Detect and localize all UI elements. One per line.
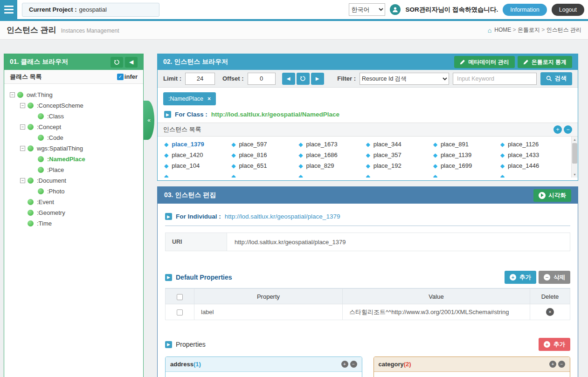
scroll-down-icon[interactable]: ▼ — [572, 171, 578, 178]
collapse-panel-button[interactable]: ◀ — [125, 57, 138, 68]
limit-input[interactable] — [185, 73, 215, 85]
instance-item[interactable]: ◆place_1420 — [164, 150, 231, 160]
property-group-header: address(1)+− — [166, 357, 362, 372]
for-class-row: ▶ For Class : http://lod.saltlux.kr/geos… — [158, 107, 578, 123]
instance-item[interactable]: ◆ — [231, 171, 298, 178]
next-page-button[interactable]: ▶ — [311, 73, 324, 85]
tree-node-label: :NamedPlace — [47, 156, 85, 163]
instance-item[interactable]: ◆ — [366, 171, 433, 178]
instance-item[interactable]: ◆ — [433, 171, 500, 178]
instance-label: place_1139 — [441, 151, 471, 158]
add-value-button[interactable]: + — [549, 361, 556, 368]
tree-node[interactable]: :Class — [8, 111, 139, 122]
instance-label: place_192 — [374, 162, 401, 169]
add-default-property-button[interactable]: + 추가 — [505, 271, 536, 284]
default-properties-table: Property Value Delete label스타힐리조트^^http:… — [165, 288, 570, 320]
expand-list-button[interactable]: + — [553, 125, 562, 134]
breadcrumb-item[interactable]: 온톨로지 — [518, 27, 540, 33]
instance-item[interactable]: ◆place_104 — [164, 160, 231, 171]
instance-item[interactable]: ◆place_1139 — [433, 150, 500, 160]
instance-item[interactable]: ◆place_816 — [231, 150, 298, 160]
tree-expander-icon[interactable]: − — [10, 92, 15, 97]
tree-node[interactable]: −wgs:SpatialThing — [8, 143, 139, 154]
tree-node[interactable]: −:ConceptScheme — [8, 100, 139, 111]
delete-default-property-button[interactable]: − 삭제 — [539, 271, 570, 284]
scroll-up-icon[interactable]: ▲ — [572, 137, 578, 143]
logout-button[interactable]: Logout — [552, 4, 584, 16]
tree-expander-icon[interactable]: − — [20, 178, 25, 183]
instance-item[interactable]: ◆place_1673 — [298, 139, 366, 150]
tree-expander-icon[interactable]: − — [20, 124, 25, 130]
instance-item[interactable]: ◆ — [164, 171, 231, 178]
breadcrumb-item[interactable]: HOME — [494, 27, 511, 33]
collapse-list-button[interactable]: − — [564, 125, 572, 134]
tree-node[interactable]: :Code — [8, 132, 139, 143]
instance-item[interactable]: ◆place_1379 — [164, 139, 231, 150]
uri-value: http://lod.saltlux.kr/geospatial/place_1… — [227, 233, 570, 251]
delete-row-icon[interactable]: × — [546, 308, 554, 316]
tree-node[interactable]: :Geometry — [8, 207, 139, 218]
instance-item[interactable]: ◆place_344 — [366, 139, 433, 150]
refresh-classes-button[interactable] — [111, 57, 123, 68]
filter-select[interactable]: Resource Id 검색 — [360, 73, 449, 85]
remove-value-button[interactable]: − — [558, 361, 565, 368]
delete-cell: × — [530, 304, 570, 320]
instance-item[interactable]: ◆place_651 — [231, 160, 298, 171]
tree-node[interactable]: :Place — [8, 165, 139, 175]
tree-expander-icon[interactable]: − — [20, 146, 25, 151]
tag-close-icon[interactable]: × — [208, 96, 211, 102]
for-class-label: For Class : — [175, 111, 208, 118]
reload-button[interactable] — [297, 73, 310, 85]
class-node-icon — [28, 210, 34, 216]
instance-item[interactable]: ◆place_1126 — [500, 139, 567, 150]
selected-class-tag[interactable]: :NamedPlace × — [163, 92, 216, 105]
instance-item[interactable]: ◆place_1686 — [298, 150, 366, 160]
property-group-name: category — [379, 361, 404, 368]
tree-node[interactable]: −:Concept — [8, 122, 139, 132]
instance-item[interactable]: ◆place_891 — [433, 139, 500, 150]
tree-node[interactable]: −owl:Thing — [8, 89, 139, 100]
instance-item[interactable]: ◆place_1433 — [500, 150, 567, 160]
ontology-stats-button[interactable]: 온톨로지 통계 — [518, 56, 572, 68]
panel-collapse-handle[interactable]: « — [144, 101, 154, 140]
remove-value-button[interactable]: − — [350, 361, 357, 368]
breadcrumb-item[interactable]: 인스턴스 관리 — [546, 27, 581, 33]
prev-page-button[interactable]: ◀ — [282, 73, 295, 85]
infer-checkbox[interactable]: ✓ — [117, 74, 124, 80]
tree-node[interactable]: :Photo — [8, 186, 139, 197]
default-properties-title: Default Properties — [176, 274, 232, 281]
offset-input[interactable] — [248, 73, 276, 85]
tree-node-label: :Event — [37, 199, 54, 206]
information-button[interactable]: Information — [503, 4, 547, 16]
instance-item[interactable]: ◆ — [500, 171, 567, 178]
tree-node[interactable]: :Event — [8, 197, 139, 207]
diamond-icon: ◆ — [164, 173, 168, 178]
instance-item[interactable]: ◆place_829 — [298, 160, 366, 171]
breadcrumb-separator: > — [540, 27, 546, 33]
metadata-manage-button[interactable]: 메타데이터 관리 — [454, 56, 514, 68]
property-group-items: http://lod.saltlux.kr/geospatial/place_1… — [374, 372, 570, 377]
tree-node[interactable]: −:Document — [8, 175, 139, 186]
hamburger-menu-icon[interactable] — [0, 0, 17, 20]
instance-item[interactable]: ◆place_357 — [366, 150, 433, 160]
scrollbar-thumb[interactable] — [572, 143, 577, 164]
search-button[interactable]: 검색 — [540, 72, 572, 85]
instance-item[interactable]: ◆place_1699 — [433, 160, 500, 171]
keyword-input[interactable] — [453, 73, 537, 85]
instance-item[interactable]: ◆place_597 — [231, 139, 298, 150]
select-all-checkbox[interactable] — [177, 294, 183, 300]
visualize-button[interactable]: 시각화 — [533, 189, 572, 202]
instance-list-scrollbar[interactable]: ▲ ▼ — [571, 137, 578, 178]
instance-item[interactable]: ◆ — [298, 171, 366, 178]
tree-expander-icon[interactable]: − — [20, 103, 25, 108]
instance-label: place_651 — [239, 162, 267, 169]
row-checkbox[interactable] — [177, 309, 183, 315]
tree-node[interactable]: :Time — [8, 218, 139, 229]
add-value-button[interactable]: + — [341, 361, 348, 368]
diamond-icon: ◆ — [231, 141, 235, 148]
instance-item[interactable]: ◆place_192 — [366, 160, 433, 171]
add-property-button[interactable]: + 추가 — [539, 338, 570, 351]
tree-node[interactable]: :NamedPlace — [8, 154, 139, 165]
instance-item[interactable]: ◆place_1446 — [500, 160, 567, 171]
language-select[interactable]: 한국어 — [349, 3, 385, 16]
